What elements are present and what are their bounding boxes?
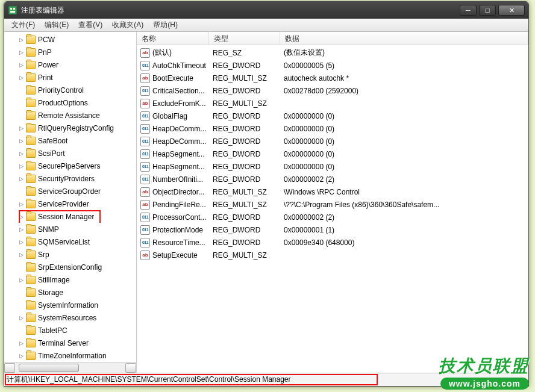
- tree-item[interactable]: ▷PnP: [4, 46, 136, 58]
- tree-item[interactable]: ▷SafeBoot: [4, 134, 136, 147]
- expand-icon[interactable]: ▷: [17, 238, 25, 246]
- list-row[interactable]: ProcessorCont...REG_DWORD0x00000002 (2): [137, 211, 528, 223]
- scroll-thumb[interactable]: [19, 364, 79, 372]
- expand-icon[interactable]: ▷: [17, 61, 25, 69]
- list-row[interactable]: SetupExecuteREG_MULTI_SZ: [137, 249, 528, 261]
- expand-icon[interactable]: ▷: [17, 251, 25, 258]
- value-name: (默认): [152, 48, 213, 58]
- list-row[interactable]: (默认)REG_SZ(数值未设置): [137, 46, 528, 59]
- folder-icon: [26, 225, 36, 234]
- value-data: \??\C:\Program Files (x86)\360\360Safe\s…: [284, 201, 528, 209]
- tree-item[interactable]: ▷Print: [4, 71, 136, 84]
- expand-icon[interactable]: ▷: [17, 137, 25, 145]
- value-name: PendingFileRe...: [152, 201, 213, 209]
- expand-icon[interactable]: ▷: [17, 163, 25, 170]
- menu-file[interactable]: 文件(F): [7, 19, 40, 31]
- list-row[interactable]: AutoChkTimeoutREG_DWORD0x00000005 (5): [137, 59, 528, 72]
- tree-item[interactable]: ▷SecurityProviders: [4, 172, 136, 185]
- tree-item[interactable]: PriorityControl: [4, 84, 136, 96]
- menu-edit[interactable]: 编辑(E): [40, 19, 74, 31]
- col-header-name[interactable]: 名称: [137, 32, 209, 45]
- scroll-track[interactable]: [15, 363, 125, 373]
- expand-icon[interactable]: ▷: [17, 175, 25, 182]
- tree-item[interactable]: TabletPC: [4, 324, 136, 337]
- expand-icon[interactable]: ▷: [17, 36, 25, 43]
- list-row[interactable]: BootExecuteREG_MULTI_SZautocheck autochk…: [137, 72, 528, 84]
- tree-item[interactable]: ProductOptions: [4, 96, 136, 109]
- tree-item-label: Print: [38, 73, 53, 82]
- list-row[interactable]: ProtectionModeREG_DWORD0x00000001 (1): [137, 223, 528, 236]
- tree-item[interactable]: ▷SQMServiceList: [4, 235, 136, 248]
- col-header-data[interactable]: 数据: [280, 32, 528, 45]
- expand-icon[interactable]: ▷: [17, 352, 25, 359]
- expand-icon[interactable]: ▷: [17, 226, 25, 233]
- expand-icon[interactable]: ▷: [17, 201, 25, 208]
- dword-value-icon: [140, 149, 150, 159]
- tree-item-label: Power: [38, 61, 58, 69]
- maximize-button[interactable]: □: [479, 5, 496, 16]
- list-row[interactable]: ResourceTime...REG_DWORD0x0009e340 (6480…: [137, 236, 528, 249]
- folder-icon: [26, 86, 36, 95]
- expand-icon[interactable]: ▷: [17, 276, 25, 284]
- list-row[interactable]: ObjectDirector...REG_MULTI_SZ\Windows \R…: [137, 185, 528, 198]
- folder-icon: [26, 238, 36, 246]
- expand-icon[interactable]: ▷: [17, 213, 25, 220]
- expand-icon[interactable]: ▷: [17, 314, 25, 322]
- list-row[interactable]: HeapSegment...REG_DWORD0x00000000 (0): [137, 148, 528, 160]
- folder-icon: [26, 175, 36, 183]
- list-row[interactable]: CriticalSection...REG_DWORD0x00278d00 (2…: [137, 84, 528, 97]
- tree-item[interactable]: SystemInformation: [4, 299, 136, 311]
- list-row[interactable]: GlobalFlagREG_DWORD0x00000000 (0): [137, 110, 528, 122]
- client-area: ▷PCW▷PnP▷Power▷PrintPriorityControlProdu…: [4, 32, 528, 373]
- scroll-left-button[interactable]: [4, 363, 15, 373]
- expand-icon[interactable]: ▷: [17, 150, 25, 157]
- list-body[interactable]: (默认)REG_SZ(数值未设置)AutoChkTimeoutREG_DWORD…: [137, 45, 528, 373]
- dword-value-icon: [140, 225, 150, 235]
- list-row[interactable]: ExcludeFromK...REG_MULTI_SZ: [137, 97, 528, 110]
- tree-item[interactable]: ▷Power: [4, 58, 136, 71]
- folder-icon: [26, 48, 36, 57]
- folder-icon: [26, 162, 36, 170]
- tree-item[interactable]: ▷Terminal Server: [4, 337, 136, 349]
- tree-item[interactable]: ▷TimeZoneInformation: [4, 349, 136, 362]
- list-row[interactable]: NumberOfIniti...REG_DWORD0x00000002 (2): [137, 173, 528, 185]
- list-row[interactable]: HeapSegment...REG_DWORD0x00000000 (0): [137, 160, 528, 173]
- close-button[interactable]: ✕: [498, 5, 525, 16]
- menu-help[interactable]: 帮助(H): [148, 19, 183, 31]
- menu-favorites[interactable]: 收藏夹(A): [107, 19, 148, 31]
- expand-icon[interactable]: ▷: [17, 125, 25, 132]
- tree-item[interactable]: ▷Srp: [4, 248, 136, 261]
- tree-item[interactable]: ▷SystemResources: [4, 311, 136, 324]
- menu-view[interactable]: 查看(V): [74, 19, 107, 31]
- tree-item[interactable]: ▷RtlQueryRegistryConfig: [4, 122, 136, 134]
- col-header-type[interactable]: 类型: [209, 32, 280, 45]
- tree-hscrollbar[interactable]: [4, 362, 136, 373]
- tree-item[interactable]: ▷ScsiPort: [4, 147, 136, 160]
- dword-value-icon: [140, 213, 150, 222]
- svg-rect-3: [10, 11, 15, 13]
- expand-icon[interactable]: ▷: [17, 49, 25, 56]
- tree-item[interactable]: SrpExtensionConfig: [4, 261, 136, 273]
- minimize-button[interactable]: ─: [460, 5, 477, 16]
- expand-icon[interactable]: ▷: [17, 74, 25, 81]
- expand-icon[interactable]: ▷: [17, 340, 25, 347]
- tree-item[interactable]: ▷Session Manager: [4, 210, 136, 223]
- list-row[interactable]: PendingFileRe...REG_MULTI_SZ\??\C:\Progr…: [137, 198, 528, 211]
- list-row[interactable]: HeapDeComm...REG_DWORD0x00000000 (0): [137, 135, 528, 148]
- tree-item[interactable]: ▷StillImage: [4, 273, 136, 286]
- tree-item[interactable]: Remote Assistance: [4, 109, 136, 122]
- scroll-right-button[interactable]: [125, 363, 136, 373]
- svg-rect-0: [9, 7, 16, 14]
- treeview[interactable]: ▷PCW▷PnP▷Power▷PrintPriorityControlProdu…: [4, 32, 136, 362]
- titlebar[interactable]: 注册表编辑器 ─ □ ✕: [4, 2, 528, 19]
- list-row[interactable]: HeapDeComm...REG_DWORD0x00000000 (0): [137, 122, 528, 135]
- tree-item[interactable]: ▷SNMP: [4, 223, 136, 235]
- tree-item[interactable]: ServiceGroupOrder: [4, 185, 136, 198]
- value-type: REG_DWORD: [213, 87, 284, 95]
- tree-item[interactable]: Storage: [4, 286, 136, 299]
- tree-item-label: Remote Assistance: [38, 111, 100, 120]
- tree-item[interactable]: ▷ServiceProvider: [4, 198, 136, 210]
- tree-item[interactable]: ▷PCW: [4, 33, 136, 46]
- tree-item[interactable]: ▷SecurePipeServers: [4, 160, 136, 172]
- expand-spacer: [17, 264, 25, 271]
